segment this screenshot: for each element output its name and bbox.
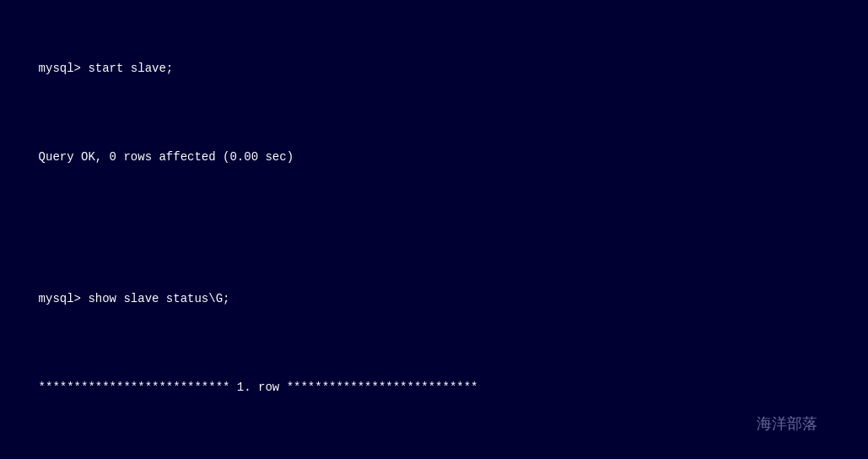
command-line-2: mysql> show slave status\G; — [10, 273, 858, 326]
separator-line: *************************** 1. row *****… — [10, 361, 858, 414]
command-text-2: mysql> show slave status\G; — [39, 292, 230, 305]
blank-line — [10, 219, 858, 237]
command-text: mysql> start slave; — [39, 62, 174, 75]
command-line-1: mysql> start slave; — [10, 42, 858, 95]
watermark: 海洋部落 — [757, 413, 817, 434]
separator-text: *************************** 1. row *****… — [39, 381, 478, 394]
terminal-output: mysql> start slave; Query OK, 0 rows aff… — [0, 0, 868, 459]
output-line-1: Query OK, 0 rows affected (0.00 sec) — [10, 131, 858, 184]
output-text: Query OK, 0 rows affected (0.00 sec) — [39, 150, 294, 164]
